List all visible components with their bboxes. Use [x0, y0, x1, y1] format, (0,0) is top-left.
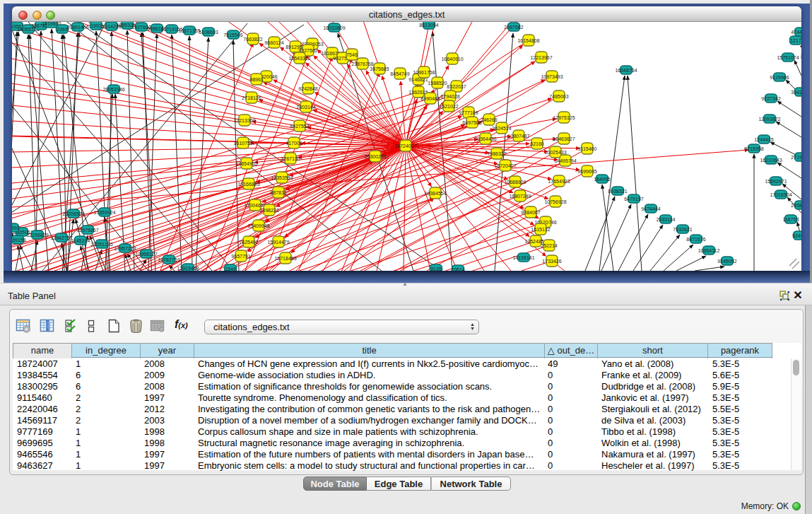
svg-text:2458591: 2458591: [791, 203, 801, 208]
svg-text:15751074: 15751074: [777, 55, 799, 60]
svg-text:7986322: 7986322: [487, 151, 506, 156]
svg-text:9135: 9135: [430, 267, 442, 271]
svg-text:8427552: 8427552: [290, 124, 309, 129]
svg-text:2933114: 2933114: [657, 217, 676, 222]
svg-text:12923468: 12923468: [177, 266, 199, 271]
svg-text:17359924: 17359924: [93, 210, 115, 215]
svg-text:164095: 164095: [594, 177, 610, 182]
svg-text:14495794: 14495794: [554, 158, 576, 163]
svg-text:10654112: 10654112: [698, 248, 720, 253]
svg-text:15718485: 15718485: [274, 256, 296, 261]
svg-text:8990448: 8990448: [420, 96, 440, 101]
svg-text:9660124: 9660124: [264, 40, 283, 45]
svg-text:9777169: 9777169: [459, 110, 478, 115]
svg-text:16154808: 16154808: [517, 38, 539, 43]
svg-text:2387682: 2387682: [504, 25, 523, 30]
svg-text:10025433: 10025433: [544, 150, 566, 155]
svg-text:62160: 62160: [530, 141, 544, 146]
svg-text:33591: 33591: [12, 226, 20, 230]
svg-text:15720407: 15720407: [494, 163, 516, 168]
svg-text:18807249: 18807249: [509, 194, 531, 199]
svg-text:16543362: 16543362: [288, 56, 310, 61]
svg-text:1244415: 1244415: [754, 137, 773, 142]
svg-text:16648764: 16648764: [615, 68, 637, 73]
svg-text:15692971: 15692971: [765, 179, 787, 184]
svg-text:4744854: 4744854: [791, 30, 801, 35]
svg-text:9699695: 9699695: [577, 169, 596, 174]
svg-text:20691406: 20691406: [66, 25, 88, 30]
svg-text:1615132: 1615132: [531, 227, 550, 232]
svg-text:17016504: 17016504: [770, 192, 792, 197]
svg-text:20364436: 20364436: [474, 136, 496, 141]
svg-text:9474444: 9474444: [641, 206, 660, 211]
svg-text:12353594: 12353594: [271, 175, 293, 180]
svg-text:1217: 1217: [790, 38, 801, 43]
svg-text:12942757: 12942757: [50, 235, 72, 240]
svg-text:6794028: 6794028: [440, 94, 459, 99]
svg-text:15409948: 15409948: [247, 223, 269, 228]
svg-text:8813054: 8813054: [419, 23, 438, 28]
svg-text:3341057: 3341057: [791, 90, 801, 95]
svg-text:3875685: 3875685: [370, 66, 389, 71]
svg-text:10807487: 10807487: [507, 134, 529, 139]
svg-text:10688609: 10688609: [504, 180, 526, 185]
svg-text:1498222: 1498222: [259, 208, 278, 213]
svg-text:8322037: 8322037: [447, 84, 466, 89]
svg-text:9657791: 9657791: [231, 254, 250, 259]
svg-text:7485003: 7485003: [549, 94, 568, 99]
svg-text:10961758: 10961758: [413, 70, 435, 75]
svg-text:746266: 746266: [481, 117, 497, 122]
svg-text:1588520: 1588520: [428, 81, 447, 86]
svg-text:19384554: 19384554: [424, 191, 446, 196]
svg-text:16640910: 16640910: [441, 57, 463, 62]
svg-text:1733426: 1733426: [542, 259, 561, 264]
svg-text:9245052: 9245052: [717, 259, 736, 264]
svg-text:10756928: 10756928: [544, 199, 566, 204]
svg-text:28053346: 28053346: [102, 87, 124, 92]
svg-text:1621022: 1621022: [439, 104, 458, 109]
svg-text:9084067: 9084067: [521, 210, 540, 215]
svg-text:17957223: 17957223: [114, 246, 136, 251]
svg-text:9242848: 9242848: [298, 86, 317, 91]
svg-text:7546: 7546: [346, 52, 358, 57]
svg-text:116753: 116753: [783, 217, 799, 222]
svg-text:19654952: 19654952: [235, 161, 257, 166]
svg-text:2803144: 2803144: [296, 105, 315, 110]
svg-text:98961: 98961: [249, 77, 264, 82]
svg-text:1610755: 1610755: [233, 141, 252, 146]
svg-text:3624514: 3624514: [492, 126, 511, 131]
svg-text:139159: 139159: [12, 238, 26, 243]
svg-text:9129966: 9129966: [770, 75, 789, 80]
svg-text:18463627: 18463627: [553, 136, 575, 141]
svg-text:14136141: 14136141: [512, 255, 534, 260]
svg-text:92450: 92450: [792, 233, 801, 238]
svg-text:18724007: 18724007: [394, 144, 416, 148]
svg-text:8454749: 8454749: [390, 71, 409, 76]
svg-text:1549: 1549: [225, 267, 236, 271]
svg-text:887831: 887831: [270, 190, 286, 195]
svg-text:16210643: 16210643: [760, 158, 782, 163]
svg-text:9115460: 9115460: [578, 146, 597, 151]
svg-text:8938321: 8938321: [608, 189, 627, 194]
svg-text:10958127: 10958127: [135, 252, 157, 257]
svg-text:8471676: 8471676: [686, 237, 705, 242]
svg-text:252214: 252214: [541, 243, 557, 248]
svg-text:6479197: 6479197: [624, 197, 643, 201]
svg-text:1993: 1993: [90, 23, 102, 28]
svg-text:12093822: 12093822: [758, 117, 780, 122]
svg-text:2718126: 2718126: [242, 95, 261, 100]
svg-text:9227342: 9227342: [761, 96, 780, 101]
svg-text:12213369: 12213369: [233, 118, 255, 123]
svg-text:19166825: 19166825: [237, 182, 259, 187]
svg-text:8215958: 8215958: [744, 146, 763, 151]
svg-text:23876768: 23876768: [351, 62, 373, 66]
svg-text:12213967: 12213967: [530, 55, 552, 60]
svg-text:17004676: 17004676: [244, 203, 266, 208]
svg-text:1145194: 1145194: [71, 238, 90, 243]
svg-text:20206526: 20206526: [62, 211, 84, 216]
svg-text:23051235: 23051235: [90, 242, 112, 247]
svg-text:7625402: 7625402: [239, 240, 258, 245]
svg-text:16671355: 16671355: [178, 28, 200, 33]
svg-text:6497508: 6497508: [462, 120, 481, 125]
svg-text:20614: 20614: [451, 267, 465, 271]
